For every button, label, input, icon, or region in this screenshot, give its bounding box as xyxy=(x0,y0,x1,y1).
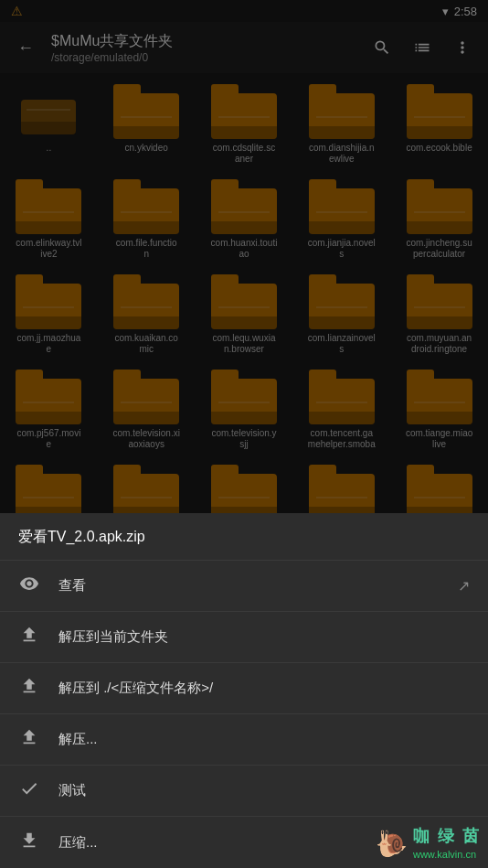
item-icon xyxy=(18,830,40,855)
item-label: 解压到 ./<压缩文件名称>/ xyxy=(58,680,470,697)
compress-icon xyxy=(19,830,39,851)
sheet-item[interactable]: 解压到 ./<压缩文件名称>/ xyxy=(0,663,488,714)
item-label: 查看 xyxy=(58,577,440,595)
bottom-sheet: 爱看TV_2.0.apk.zip 查看 ↗ 解压到当前文件夹 解压到 ./<压缩… xyxy=(0,513,488,868)
item-icon xyxy=(18,573,40,598)
item-icon xyxy=(18,625,40,649)
sheet-item[interactable]: 解压... xyxy=(0,714,488,766)
sheet-filename: 爱看TV_2.0.apk.zip xyxy=(18,529,145,544)
test-icon xyxy=(19,778,39,798)
extract-icon xyxy=(19,676,39,696)
sheet-item[interactable]: 测试 xyxy=(0,766,488,817)
watermark-line2: www.kalvin.cn xyxy=(413,848,481,861)
watermark: 🐌 咖 绿 茵 www.kalvin.cn xyxy=(376,826,481,861)
view-icon xyxy=(19,573,39,594)
sheet-items-container: 查看 ↗ 解压到当前文件夹 解压到 ./<压缩文件名称>/ 解压... 测试 压… xyxy=(0,561,488,868)
item-icon xyxy=(18,676,40,701)
item-label: 测试 xyxy=(58,782,470,799)
item-icon xyxy=(18,778,40,803)
watermark-line1: 咖 绿 茵 xyxy=(413,826,481,847)
sheet-item[interactable]: 解压到当前文件夹 xyxy=(0,612,488,663)
item-label: 解压... xyxy=(58,731,470,748)
watermark-text: 咖 绿 茵 www.kalvin.cn xyxy=(413,826,481,861)
extract-icon xyxy=(19,625,39,645)
item-icon xyxy=(18,727,40,752)
extract-icon xyxy=(19,727,39,747)
external-link-icon: ↗ xyxy=(458,577,470,595)
item-label: 解压到当前文件夹 xyxy=(58,628,470,646)
sheet-header: 爱看TV_2.0.apk.zip xyxy=(0,513,488,561)
sheet-item[interactable]: 查看 ↗ xyxy=(0,561,488,612)
watermark-snail-icon: 🐌 xyxy=(376,829,408,859)
